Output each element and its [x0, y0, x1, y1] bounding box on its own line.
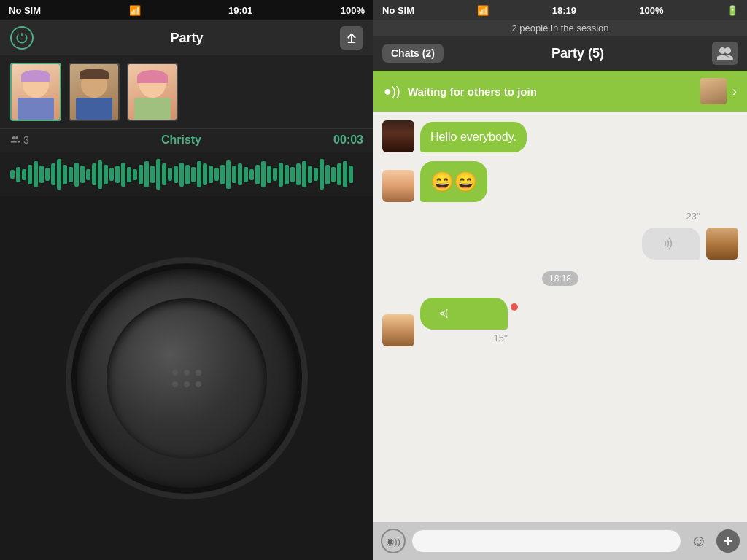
battery-right: 100% [639, 5, 663, 16]
wave-bar [226, 160, 231, 189]
top-bar-left: Party [0, 20, 374, 55]
wave-bar [238, 163, 242, 185]
wave-bar [144, 161, 149, 187]
wave-bar [261, 161, 266, 187]
wave-bar [302, 161, 306, 187]
wave-bar [285, 165, 289, 184]
waiting-avatar [700, 78, 727, 104]
dial-inner[interactable] [107, 298, 267, 459]
wave-bar [86, 169, 90, 180]
message-bubble-1[interactable]: Hello everybody. [420, 122, 527, 152]
dial-dot [184, 381, 190, 387]
dial-area [0, 196, 374, 560]
wave-bar [232, 166, 236, 183]
dial-dot [184, 370, 190, 376]
wave-bar [39, 166, 44, 183]
wifi-icon: 📶 [129, 5, 141, 16]
message-bubble-2[interactable]: 😄😄 [420, 161, 487, 202]
wave-bar [168, 168, 172, 181]
call-timer: 00:03 [333, 133, 363, 147]
wave-bar [156, 159, 160, 190]
add-button[interactable]: + [716, 529, 740, 553]
power-button[interactable] [10, 26, 34, 50]
wave-bar [249, 169, 254, 180]
carrier-left: No SIM [9, 5, 41, 16]
wave-bar [121, 163, 125, 187]
wave-bar [174, 166, 178, 183]
status-icons-left: 📶 [129, 5, 141, 16]
dial-dots [172, 370, 201, 387]
wave-bar [104, 165, 108, 184]
status-bar-right: No SIM 📶 18:19 100% 🔋 [374, 0, 747, 20]
battery-left: 100% [341, 5, 365, 16]
upload-button[interactable] [340, 26, 363, 50]
wave-bar [22, 169, 26, 180]
wave-bar [267, 166, 271, 183]
waiting-text: Waiting for others to join [408, 85, 537, 98]
dial-outer[interactable] [77, 269, 296, 488]
wave-bar [197, 161, 201, 187]
wave-bar [115, 166, 120, 183]
wave-bar [185, 165, 190, 184]
message-bubble-3[interactable] [642, 228, 700, 260]
msg-avatar-5 [382, 314, 414, 346]
duration-label-2: 15'' [494, 332, 508, 343]
avatar-thumb-2[interactable] [69, 63, 120, 121]
wave-bar [98, 160, 102, 189]
waiting-right: › [700, 78, 737, 104]
wave-bar [290, 167, 295, 182]
emoji-button[interactable]: ☺ [687, 529, 711, 553]
wave-bar [214, 168, 219, 181]
mic-button[interactable]: ◉)) [381, 529, 406, 553]
wave-bar [92, 163, 96, 185]
dial-dot [172, 381, 178, 387]
wave-bar [74, 163, 79, 187]
carrier-right: No SIM [382, 5, 414, 16]
record-dot [511, 303, 518, 311]
waiting-left: ●)) Waiting for others to join [384, 84, 537, 99]
chevron-right-icon: › [732, 84, 737, 99]
wifi-icon-right: 📶 [477, 5, 489, 16]
wave-bar [162, 163, 166, 185]
wave-bar [51, 163, 55, 185]
message-bubble-5[interactable] [420, 298, 508, 330]
waiting-bar[interactable]: ●)) Waiting for others to join › [374, 71, 747, 112]
wave-bar [109, 168, 114, 181]
wave-bar [57, 159, 61, 190]
wave-bar [337, 163, 341, 185]
chats-button[interactable]: Chats (2) [382, 44, 444, 63]
wave-bar [69, 167, 73, 182]
wave-bar [150, 166, 155, 183]
dial-dot [196, 381, 201, 387]
wave-bar [63, 165, 67, 184]
wave-bar [45, 168, 50, 181]
input-bar: ◉)) ☺ + [374, 522, 747, 560]
msg-avatar-1 [382, 120, 414, 152]
mic-icon: ◉)) [386, 536, 400, 547]
dial-dot [196, 370, 201, 376]
wave-bar [127, 167, 131, 182]
dial-dot [172, 370, 178, 376]
people-icon-button[interactable] [712, 42, 738, 65]
message-row: 😄😄 [382, 161, 738, 202]
time-right: 18:19 [552, 5, 576, 16]
wave-bar [80, 166, 85, 183]
wave-bar [10, 170, 15, 179]
wave-bar [325, 165, 330, 184]
messages-area: Hello everybody. 😄😄 23'' [374, 112, 747, 522]
wave-bar [244, 167, 248, 182]
wave-bar [133, 169, 137, 180]
top-bar-right: Chats (2) Party (5) [374, 36, 747, 71]
wave-bar [179, 163, 184, 187]
time-left: 19:01 [228, 5, 252, 16]
wave-bar [16, 167, 20, 182]
right-panel: No SIM 📶 18:19 100% 🔋 2 people in the se… [374, 0, 747, 560]
avatar-thumb-3[interactable] [127, 63, 178, 121]
avatar-thumb-1[interactable] [10, 63, 61, 121]
wave-bar [314, 168, 318, 181]
message-row: Hello everybody. [382, 120, 738, 152]
msg-incoming-group: 15'' [420, 298, 508, 346]
message-row-audio: 15'' [382, 298, 738, 346]
wave-bar [320, 159, 324, 190]
text-input[interactable] [411, 529, 681, 553]
